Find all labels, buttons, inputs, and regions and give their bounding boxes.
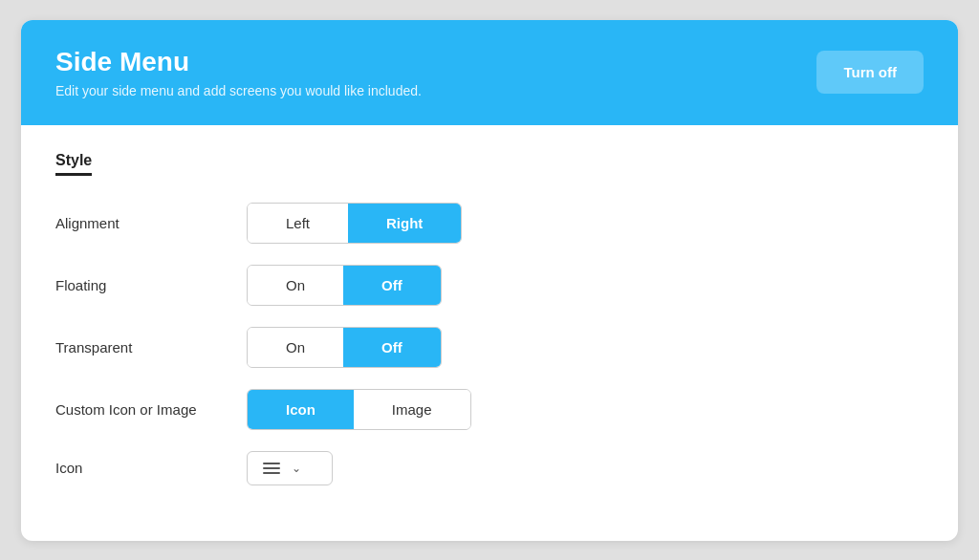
custom-icon-label: Custom Icon or Image bbox=[55, 401, 247, 418]
transparent-on-button[interactable]: On bbox=[248, 328, 343, 367]
icon-option-button[interactable]: Icon bbox=[248, 390, 354, 429]
hamburger-line-3 bbox=[263, 472, 280, 474]
transparent-toggle-group: On Off bbox=[247, 327, 442, 368]
icon-image-toggle-group: Icon Image bbox=[247, 389, 471, 430]
content-section: Style Alignment Left Right Floating On O… bbox=[21, 125, 958, 541]
icon-row: Icon ⌄ bbox=[55, 451, 924, 485]
transparent-off-button[interactable]: Off bbox=[343, 328, 441, 367]
header-description: Edit your side menu and add screens you … bbox=[55, 83, 422, 98]
alignment-toggle-group: Left Right bbox=[247, 203, 462, 244]
alignment-left-button[interactable]: Left bbox=[248, 204, 348, 243]
page-title: Side Menu bbox=[55, 47, 422, 77]
floating-row: Floating On Off bbox=[55, 265, 924, 306]
transparent-row: Transparent On Off bbox=[55, 327, 924, 368]
floating-off-button[interactable]: Off bbox=[343, 266, 441, 305]
icon-dropdown-button[interactable]: ⌄ bbox=[247, 451, 333, 485]
transparent-label: Transparent bbox=[55, 339, 247, 355]
image-option-button[interactable]: Image bbox=[354, 390, 470, 429]
hamburger-line-1 bbox=[263, 463, 280, 464]
alignment-right-button[interactable]: Right bbox=[348, 204, 461, 243]
hamburger-line-2 bbox=[263, 467, 280, 469]
custom-icon-row: Custom Icon or Image Icon Image bbox=[55, 389, 924, 430]
hamburger-icon bbox=[263, 463, 280, 474]
header-text: Side Menu Edit your side menu and add sc… bbox=[55, 47, 422, 98]
header-section: Side Menu Edit your side menu and add sc… bbox=[21, 20, 958, 125]
turn-off-button[interactable]: Turn off bbox=[816, 51, 924, 94]
floating-label: Floating bbox=[55, 277, 247, 293]
alignment-row: Alignment Left Right bbox=[55, 203, 924, 244]
icon-label: Icon bbox=[55, 460, 247, 476]
settings-card: Side Menu Edit your side menu and add sc… bbox=[21, 20, 958, 541]
floating-toggle-group: On Off bbox=[247, 265, 442, 306]
chevron-down-icon: ⌄ bbox=[292, 462, 301, 475]
floating-on-button[interactable]: On bbox=[248, 266, 343, 305]
section-label: Style bbox=[55, 152, 92, 176]
alignment-label: Alignment bbox=[55, 215, 247, 231]
